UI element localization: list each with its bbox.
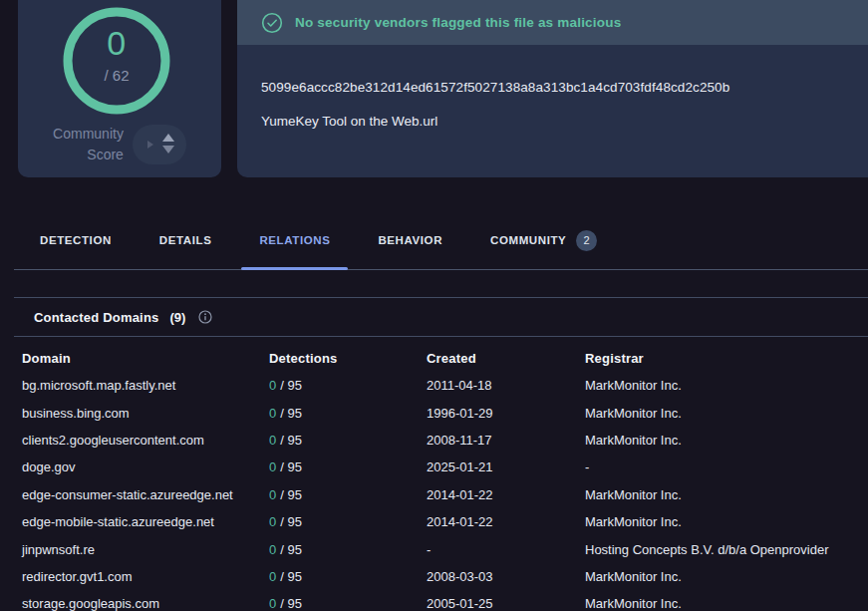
- domain-link[interactable]: edge-mobile-static.azureedge.net: [22, 514, 214, 529]
- created-date: 2005-01-25: [427, 590, 585, 611]
- community-score-label-line2: Score: [53, 145, 124, 164]
- detections-total: / 95: [280, 596, 302, 611]
- domain-link[interactable]: business.bing.com: [22, 406, 130, 421]
- tab-behavior[interactable]: BEHAVIOR: [354, 211, 466, 269]
- registrar-name: Hosting Concepts B.V. d/b/a Openprovider: [585, 535, 868, 562]
- detection-score-ring: 0 / 62: [62, 6, 171, 116]
- domain-link[interactable]: bg.microsoft.map.fastly.net: [22, 378, 175, 393]
- created-date: 2008-03-03: [427, 563, 585, 590]
- created-date: -: [427, 535, 585, 562]
- tab-community-label: COMMUNITY: [490, 234, 566, 246]
- table-row: doge.gov 0/ 95 2025-01-21 -: [14, 454, 868, 480]
- contacted-domains-table: Domain Detections Created Registrar bg.m…: [14, 337, 868, 611]
- created-date: 2014-01-22: [427, 481, 585, 508]
- registrar-name: MarkMonitor Inc.: [585, 508, 868, 535]
- report-header-section: 0 / 62 Community Score No security v: [0, 0, 868, 194]
- registrar-name: -: [585, 454, 868, 480]
- file-hash[interactable]: 5099e6accc82be312d14ed61572f5027138a8a31…: [261, 78, 844, 97]
- verdict-banner: No security vendors flagged this file as…: [237, 0, 868, 45]
- file-detail-card: No security vendors flagged this file as…: [237, 0, 868, 177]
- column-header-created: Created: [427, 337, 585, 372]
- domain-link[interactable]: jinpwnsoft.re: [22, 542, 95, 557]
- verdict-message: No security vendors flagged this file as…: [295, 15, 621, 30]
- registrar-name: MarkMonitor Inc.: [585, 372, 868, 399]
- score-denominator: / 62: [62, 67, 171, 84]
- detections-total: / 95: [280, 433, 302, 448]
- community-score-label-line1: Community: [53, 124, 124, 144]
- detections-positives: 0: [269, 514, 276, 529]
- tab-detection[interactable]: DETECTION: [16, 211, 136, 269]
- table-header-row: Domain Detections Created Registrar: [14, 337, 868, 372]
- detections-positives: 0: [269, 542, 276, 557]
- detections-total: / 95: [280, 569, 302, 584]
- detections-total: / 95: [280, 487, 302, 502]
- tab-community[interactable]: COMMUNITY 2: [466, 211, 621, 269]
- registrar-name: MarkMonitor Inc.: [585, 427, 868, 454]
- detections-total: / 95: [280, 406, 302, 421]
- table-row: edge-consumer-static.azureedge.net 0/ 95…: [14, 481, 868, 508]
- score-card: 0 / 62 Community Score: [18, 0, 221, 177]
- registrar-name: MarkMonitor Inc.: [585, 399, 868, 426]
- domain-link[interactable]: doge.gov: [22, 459, 76, 474]
- score-value: 0: [62, 24, 171, 63]
- detections-positives: 0: [269, 596, 276, 611]
- table-row: bg.microsoft.map.fastly.net 0/ 95 2011-0…: [14, 372, 868, 399]
- column-header-domain: Domain: [14, 337, 269, 372]
- registrar-name: MarkMonitor Inc.: [585, 563, 868, 590]
- registrar-name: MarkMonitor Inc.: [585, 590, 868, 611]
- created-date: 2011-04-18: [427, 372, 585, 399]
- detections-total: / 95: [280, 542, 302, 557]
- section-count: (9): [169, 310, 185, 325]
- detections-total: / 95: [280, 459, 302, 474]
- domain-link[interactable]: redirector.gvt1.com: [22, 569, 133, 584]
- check-circle-icon: [261, 12, 283, 34]
- table-row: clients2.googleusercontent.com 0/ 95 200…: [14, 427, 868, 454]
- detections-total: / 95: [280, 514, 302, 529]
- created-date: 2025-01-21: [427, 454, 585, 480]
- detections-positives: 0: [269, 406, 276, 421]
- domain-link[interactable]: clients2.googleusercontent.com: [22, 433, 204, 448]
- table-row: redirector.gvt1.com 0/ 95 2008-03-03 Mar…: [14, 563, 868, 590]
- file-info: 5099e6accc82be312d14ed61572f5027138a8a31…: [237, 45, 868, 129]
- domain-link[interactable]: edge-consumer-static.azureedge.net: [22, 487, 233, 502]
- tab-details[interactable]: DETAILS: [136, 211, 236, 269]
- community-vote-widget[interactable]: [133, 125, 186, 164]
- domains-table-body: bg.microsoft.map.fastly.net 0/ 95 2011-0…: [14, 372, 868, 611]
- info-icon[interactable]: [198, 310, 212, 324]
- detections-positives: 0: [269, 459, 276, 474]
- community-count-badge: 2: [576, 230, 597, 251]
- column-header-registrar: Registrar: [585, 337, 868, 372]
- table-row: edge-mobile-static.azureedge.net 0/ 95 2…: [14, 508, 868, 535]
- community-score-row: Community Score: [18, 124, 221, 164]
- table-row: business.bing.com 0/ 95 1996-01-29 MarkM…: [14, 399, 868, 426]
- detections-positives: 0: [269, 569, 276, 584]
- registrar-name: MarkMonitor Inc.: [585, 481, 868, 508]
- file-name: YumeKey Tool on the Web.url: [261, 114, 844, 129]
- table-row: jinpwnsoft.re 0/ 95 - Hosting Concepts B…: [14, 535, 868, 562]
- vote-expand-icon: [147, 141, 153, 149]
- tab-bar: DETECTION DETAILS RELATIONS BEHAVIOR COM…: [14, 211, 868, 270]
- detections-positives: 0: [269, 433, 276, 448]
- vote-down-icon[interactable]: [162, 146, 174, 153]
- created-date: 1996-01-29: [427, 399, 585, 426]
- detections-total: / 95: [280, 378, 302, 393]
- column-header-detections: Detections: [269, 337, 427, 372]
- tab-relations[interactable]: RELATIONS: [235, 211, 354, 269]
- created-date: 2008-11-17: [427, 427, 585, 454]
- contacted-domains-header: Contacted Domains (9): [14, 297, 868, 337]
- vote-up-icon[interactable]: [162, 134, 174, 142]
- community-score-label: Community Score: [53, 124, 124, 164]
- domain-link[interactable]: storage.googleapis.com: [22, 596, 159, 611]
- table-row: storage.googleapis.com 0/ 95 2005-01-25 …: [14, 590, 868, 611]
- detections-positives: 0: [269, 487, 276, 502]
- section-title: Contacted Domains: [34, 310, 158, 325]
- created-date: 2014-01-22: [427, 508, 585, 535]
- detections-positives: 0: [269, 378, 276, 393]
- vote-arrows: [162, 134, 174, 153]
